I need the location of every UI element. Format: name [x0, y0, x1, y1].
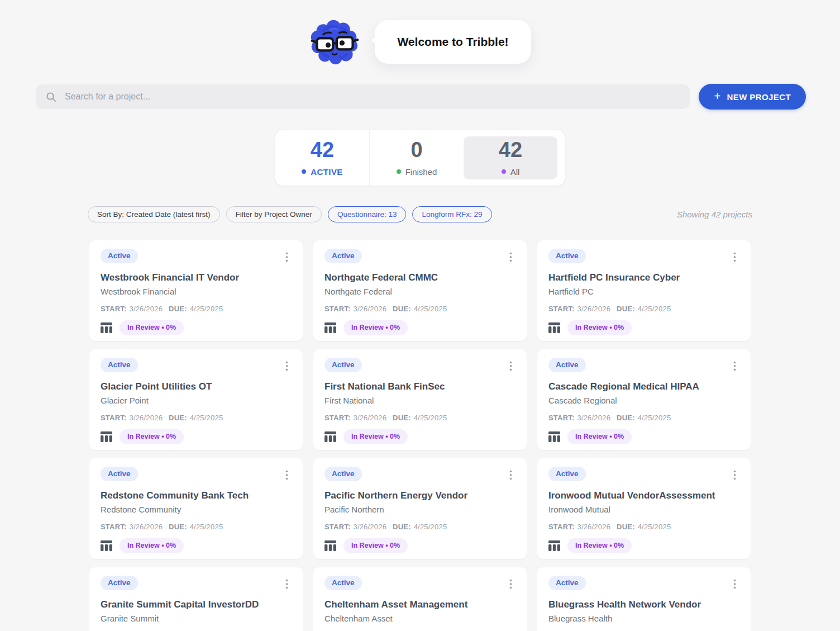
project-owner-filter-chip[interactable]: Filter by Project Owner	[226, 206, 322, 222]
project-subtitle: Westbrook Financial	[101, 286, 292, 297]
due-label: DUE:	[617, 523, 635, 531]
project-title[interactable]: Cascade Regional Medical HIPAA	[548, 381, 739, 393]
project-title[interactable]: Westbrook Financial IT Vendor	[101, 272, 292, 284]
project-dates: START: 3/26/2026 DUE: 4/25/2025	[101, 414, 292, 422]
project-title[interactable]: Redstone Community Bank Tech	[101, 490, 292, 502]
project-title[interactable]: Northgate Federal CMMC	[324, 272, 516, 284]
card-footer: In Review • 0%	[324, 320, 516, 335]
status-badge: Active	[324, 576, 362, 590]
stat-finished-value: 0	[411, 139, 422, 162]
project-title[interactable]: Cheltenham Asset Management	[324, 599, 516, 611]
project-subtitle: Redstone Community	[101, 504, 292, 515]
kebab-menu-icon[interactable]	[730, 359, 739, 373]
project-dates: START: 3/26/2026 DUE: 4/25/2025	[324, 523, 516, 531]
kebab-menu-icon[interactable]	[730, 468, 739, 482]
table-icon	[101, 540, 112, 551]
stat-finished[interactable]: 0 Finished	[369, 130, 464, 186]
status-badge: Active	[548, 249, 586, 263]
review-status-pill: In Review • 0%	[343, 538, 408, 553]
card-top-row: Active	[548, 249, 739, 264]
stat-active-label: ACTIVE	[302, 167, 342, 177]
sort-by-chip[interactable]: Sort By: Created Date (latest first)	[88, 206, 220, 222]
stat-all-value: 42	[499, 139, 522, 162]
card-top-row: Active	[101, 249, 292, 264]
start-label: START:	[324, 414, 350, 422]
active-dot-icon	[302, 169, 306, 174]
project-card[interactable]: Active Granite Summit Capital InvestorDD…	[89, 567, 303, 631]
longform-rfx-chip[interactable]: Longform RFx: 29	[412, 206, 491, 222]
project-card[interactable]: Active Northgate Federal CMMC Northgate …	[313, 240, 527, 341]
project-card[interactable]: Active Cascade Regional Medical HIPAA Ca…	[537, 349, 751, 450]
review-status-pill: In Review • 0%	[120, 538, 184, 553]
project-title[interactable]: First National Bank FinSec	[324, 381, 516, 393]
start-date: 3/26/2026	[577, 523, 610, 531]
stat-active-label-text: ACTIVE	[311, 167, 342, 177]
due-date: 4/25/2025	[190, 523, 223, 531]
due-label: DUE:	[393, 414, 411, 422]
project-dates: START: 3/26/2026 DUE: 4/25/2025	[101, 305, 292, 313]
new-project-button[interactable]: + NEW PROJECT	[699, 84, 806, 110]
project-card[interactable]: Active Westbrook Financial IT Vendor Wes…	[89, 240, 303, 341]
review-status-pill: In Review • 0%	[567, 538, 632, 553]
project-subtitle: Cheltenham Asset	[324, 613, 516, 624]
start-label: START:	[101, 305, 126, 313]
project-card[interactable]: Active Glacier Point Utilities OT Glacie…	[89, 349, 303, 450]
project-card[interactable]: Active Hartfield PC Insurance Cyber Hart…	[537, 240, 751, 341]
project-title[interactable]: Pacific Northern Energy Vendor	[324, 490, 516, 502]
due-date: 4/25/2025	[190, 305, 223, 313]
card-footer: In Review • 0%	[548, 320, 739, 335]
card-footer: In Review • 0%	[101, 538, 292, 553]
kebab-menu-icon[interactable]	[506, 250, 516, 264]
kebab-menu-icon[interactable]	[730, 577, 739, 591]
kebab-menu-icon[interactable]	[282, 359, 292, 373]
project-subtitle: Ironwood Mutual	[548, 504, 739, 515]
start-date: 3/26/2026	[129, 523, 163, 531]
kebab-menu-icon[interactable]	[282, 468, 292, 482]
project-title[interactable]: Granite Summit Capital InvestorDD	[101, 599, 292, 611]
project-subtitle: Hartfield PC	[548, 286, 739, 297]
card-top-row: Active	[324, 467, 516, 482]
search-input[interactable]	[64, 91, 686, 102]
project-card[interactable]: Active Cheltenham Asset Management Chelt…	[313, 567, 527, 631]
project-card[interactable]: Active Bluegrass Health Network Vendor B…	[537, 567, 751, 631]
stat-finished-label-text: Finished	[405, 167, 437, 177]
card-top-row: Active	[101, 576, 292, 591]
status-badge: Active	[101, 467, 138, 481]
kebab-menu-icon[interactable]	[282, 577, 292, 591]
project-title[interactable]: Bluegrass Health Network Vendor	[548, 599, 739, 611]
start-date: 3/26/2026	[577, 414, 610, 422]
stat-all[interactable]: 42 All	[464, 136, 557, 179]
project-title[interactable]: Ironwood Mutual VendorAssessment	[548, 490, 739, 502]
project-title[interactable]: Glacier Point Utilities OT	[101, 381, 292, 393]
project-card[interactable]: Active Redstone Community Bank Tech Reds…	[89, 458, 303, 559]
table-icon	[324, 540, 336, 551]
start-date: 3/26/2026	[577, 305, 610, 313]
status-badge: Active	[548, 358, 586, 372]
filter-row: Sort By: Created Date (latest first) Fil…	[88, 206, 752, 222]
project-dates: START: 3/26/2026 DUE: 4/25/2025	[324, 414, 516, 422]
all-dot-icon	[502, 169, 506, 174]
welcome-text: Welcome to Tribble!	[397, 35, 508, 48]
due-date: 4/25/2025	[638, 523, 671, 531]
card-footer: In Review • 0%	[324, 429, 516, 444]
kebab-menu-icon[interactable]	[506, 468, 516, 482]
search-box[interactable]	[36, 84, 690, 109]
kebab-menu-icon[interactable]	[282, 250, 292, 264]
stat-active[interactable]: 42 ACTIVE	[275, 130, 369, 186]
review-status-pill: In Review • 0%	[567, 429, 632, 444]
search-row: + NEW PROJECT	[36, 84, 806, 110]
kebab-menu-icon[interactable]	[506, 577, 516, 591]
card-top-row: Active	[101, 358, 292, 373]
project-title[interactable]: Hartfield PC Insurance Cyber	[548, 272, 739, 284]
project-card[interactable]: Active Ironwood Mutual VendorAssessment …	[537, 458, 751, 559]
questionnaire-chip[interactable]: Questionnaire: 13	[328, 206, 407, 222]
project-card[interactable]: Active Pacific Northern Energy Vendor Pa…	[313, 458, 527, 559]
review-status-pill: In Review • 0%	[120, 320, 184, 335]
start-label: START:	[324, 523, 350, 531]
project-subtitle: Pacific Northern	[324, 504, 516, 515]
kebab-menu-icon[interactable]	[730, 250, 739, 264]
project-subtitle: Granite Summit	[101, 613, 292, 624]
project-card[interactable]: Active First National Bank FinSec First …	[313, 349, 527, 450]
card-footer: In Review • 0%	[101, 320, 292, 335]
kebab-menu-icon[interactable]	[506, 359, 516, 373]
